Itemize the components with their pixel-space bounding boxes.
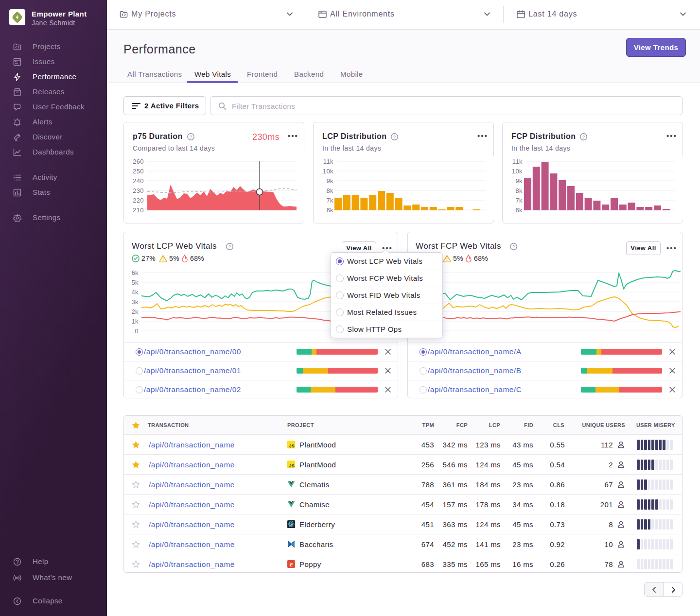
svg-text:260: 260: [133, 158, 144, 165]
svg-text:1k: 1k: [131, 318, 139, 325]
svg-text:6k: 6k: [515, 206, 523, 214]
svg-text:11k: 11k: [323, 158, 333, 165]
svg-text:JS: JS: [289, 463, 295, 468]
svg-text:5k: 5k: [131, 279, 139, 286]
svg-text:10k: 10k: [512, 168, 523, 175]
svg-text:?: ?: [393, 134, 396, 139]
svg-text:8k: 8k: [326, 187, 333, 194]
svg-text:5%: 5%: [453, 255, 463, 262]
svg-text:?: ?: [582, 134, 585, 139]
svg-text:10k: 10k: [323, 168, 333, 175]
svg-text:210: 210: [133, 206, 144, 214]
svg-text:0: 0: [135, 327, 139, 335]
svg-text:9k: 9k: [515, 177, 523, 185]
svg-text:68%: 68%: [190, 255, 204, 262]
svg-text:11k: 11k: [512, 158, 523, 165]
svg-text:?: ?: [190, 134, 192, 139]
svg-text:?: ?: [228, 244, 231, 249]
svg-text:240: 240: [133, 177, 144, 185]
svg-text:27%: 27%: [141, 255, 156, 262]
svg-text:3k: 3k: [131, 298, 139, 306]
svg-text:5%: 5%: [169, 255, 179, 262]
svg-text:250: 250: [133, 168, 144, 175]
svg-text:9k: 9k: [326, 177, 333, 185]
svg-text:220: 220: [133, 197, 144, 204]
svg-text:7k: 7k: [326, 197, 333, 204]
svg-text:2k: 2k: [131, 308, 139, 315]
svg-text:e: e: [290, 561, 293, 568]
svg-text:6k: 6k: [326, 206, 333, 214]
svg-text:JS: JS: [289, 444, 295, 448]
svg-text:7k: 7k: [515, 197, 523, 204]
svg-text:230: 230: [133, 187, 144, 194]
svg-text:?: ?: [512, 244, 515, 249]
svg-text:6k: 6k: [131, 269, 139, 276]
svg-text:68%: 68%: [474, 255, 488, 262]
svg-text:4k: 4k: [131, 289, 139, 296]
svg-text:8k: 8k: [515, 187, 523, 194]
